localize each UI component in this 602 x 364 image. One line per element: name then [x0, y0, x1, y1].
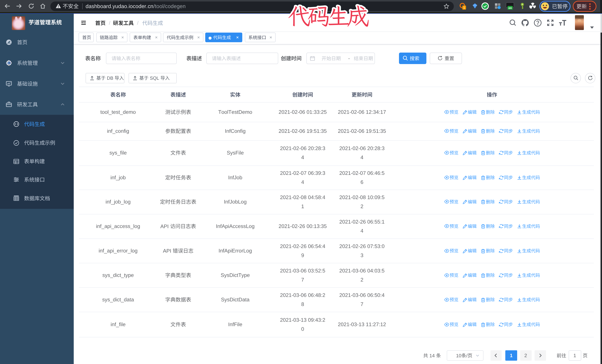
- svg-text:1: 1: [463, 6, 465, 9]
- svg-text:on: on: [508, 6, 512, 10]
